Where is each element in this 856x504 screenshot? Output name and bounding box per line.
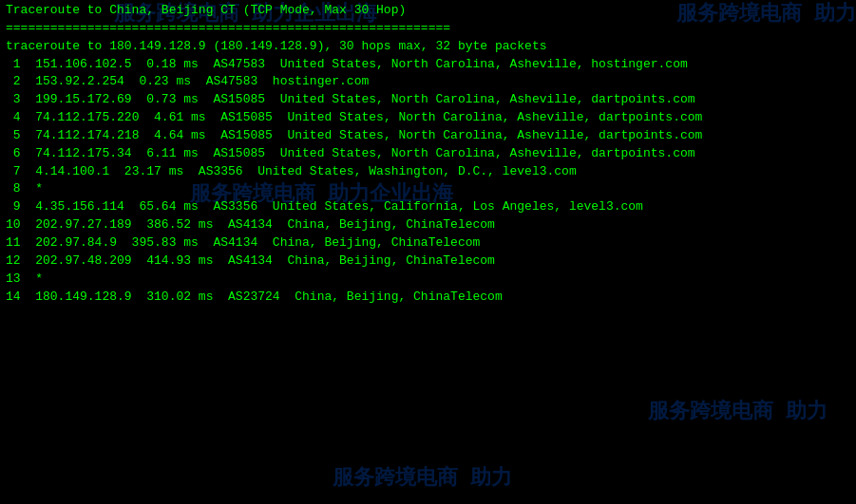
terminal-line-10: 10 202.97.27.189 386.52 ms AS4134 China,… <box>6 216 850 234</box>
terminal-line-12: 12 202.97.48.209 414.93 ms AS4134 China,… <box>6 252 850 271</box>
terminal-line-8: 8 * <box>6 180 850 198</box>
title-line: Traceroute to China, Beijing CT (TCP Mod… <box>6 2 850 20</box>
terminal-line-9: 9 4.35.156.114 65.64 ms AS3356 United St… <box>6 198 850 216</box>
terminal-line-13: 13 * <box>6 271 850 289</box>
terminal-line-14: 14 180.149.128.9 310.02 ms AS23724 China… <box>6 289 850 307</box>
separator-line: ========================================… <box>6 20 850 38</box>
terminal-line-2: 2 153.92.2.254 0.23 ms AS47583 hostinger… <box>6 73 850 91</box>
terminal-line-3: 3 199.15.172.69 0.73 ms AS15085 United S… <box>6 91 850 109</box>
terminal-line-4: 4 74.112.175.220 4.61 ms AS15085 United … <box>6 109 850 127</box>
terminal-line-1: 1 151.106.102.5 0.18 ms AS47583 United S… <box>6 56 850 74</box>
terminal-line-6: 6 74.112.175.34 6.11 ms AS15085 United S… <box>6 145 850 163</box>
terminal-line-11: 11 202.97.84.9 395.83 ms AS4134 China, B… <box>6 234 850 252</box>
terminal-line-5: 5 74.112.174.218 4.64 ms AS15085 United … <box>6 127 850 145</box>
terminal-line-0: traceroute to 180.149.128.9 (180.149.128… <box>6 38 850 56</box>
terminal-line-7: 7 4.14.100.1 23.17 ms AS3356 United Stat… <box>6 163 850 181</box>
watermark-4: 服务跨境电商 助力 <box>648 398 827 428</box>
watermark-5: 服务跨境电商 助力 <box>333 464 512 495</box>
terminal-output: Traceroute to China, Beijing CT (TCP Mod… <box>0 0 856 308</box>
